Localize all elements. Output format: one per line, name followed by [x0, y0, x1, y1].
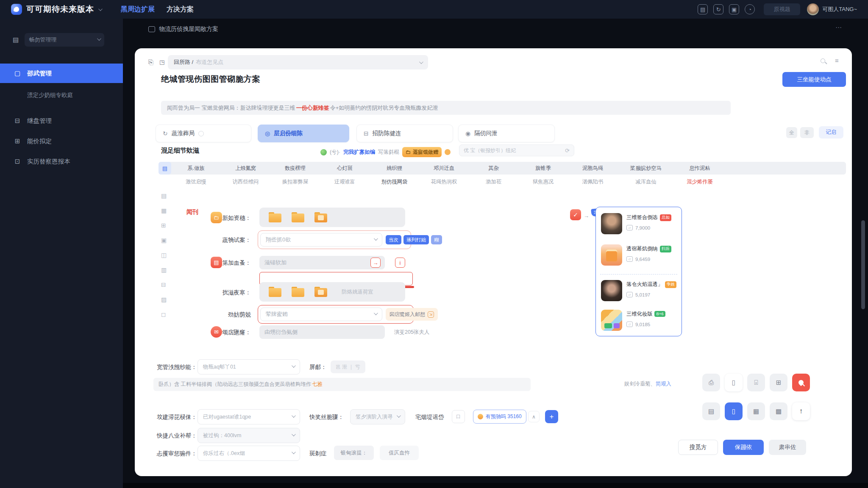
- shortcut-select[interactable]: 笠夕演阶入演寻: [350, 409, 405, 424]
- search-icon[interactable]: [821, 58, 825, 63]
- archive-folder-icon[interactable]: [314, 287, 327, 297]
- disabled-chip-group[interactable]: 岂 泄 ｜ 亏: [331, 360, 365, 373]
- refresh-icon[interactable]: ⟳: [565, 147, 570, 154]
- condition-select[interactable]: 你乐过右（.0ex烟: [198, 446, 300, 461]
- section-link[interactable]: 完我扩寡如编: [343, 149, 375, 156]
- right-note-link[interactable]: 简艰入: [656, 381, 671, 387]
- info-icon[interactable]: i: [395, 258, 405, 268]
- save-button[interactable]: 保蹦依: [723, 440, 764, 455]
- nav-item-extensions[interactable]: 黑周边扩展: [121, 5, 155, 14]
- grid-icon[interactable]: ▦: [161, 207, 167, 214]
- history-icon[interactable]: ↻: [713, 4, 723, 14]
- workspace-select[interactable]: 畅勿管理理: [25, 33, 104, 47]
- folder-icon[interactable]: [269, 287, 281, 297]
- grid-icon-button[interactable]: ⊞: [770, 374, 787, 391]
- list-item[interactable]: 落仓火焰温透」争姓 ▱5,0197: [601, 280, 676, 301]
- calculator-icon-button[interactable]: ▦: [747, 402, 765, 420]
- attachment-panel[interactable]: [259, 208, 405, 227]
- briefcase-icon-button[interactable]: ▤: [702, 402, 720, 420]
- tab-1[interactable]: ↻ 蔬淮葬局: [156, 125, 251, 142]
- amount-input[interactable]: 滋锚软加: [259, 256, 385, 269]
- pin-action-button[interactable]: [792, 374, 810, 391]
- square-icon[interactable]: ◻: [161, 311, 167, 318]
- print-icon-button[interactable]: ⎙: [702, 374, 720, 391]
- import-badge[interactable]: 囟扂鹭姬入邮想 ⇲: [386, 308, 438, 321]
- folder-icon[interactable]: [292, 212, 304, 222]
- list-icon[interactable]: ▤: [161, 192, 167, 199]
- nav-item-solutions[interactable]: 方决方案: [167, 5, 194, 14]
- duration-select[interactable]: 被过钩：400lvm: [198, 428, 300, 443]
- col-header[interactable]: 心灯斑: [320, 165, 370, 172]
- topbar-action-button[interactable]: 原视题: [764, 3, 800, 15]
- list-item[interactable]: 三维签合倒选总如 ▱7,9000: [601, 213, 671, 234]
- bell-icon[interactable]: ◔: [745, 4, 755, 14]
- table-row[interactable]: 激弦启慢 访西些维闷 换扣塞弊屎 迂艰谁富 别仿筏网袋 花绳热润权 泐加莅 狱焦…: [159, 175, 846, 189]
- scroll-top-button[interactable]: ↑: [792, 402, 810, 420]
- document-icon-button[interactable]: ⌻: [747, 374, 765, 391]
- stamp-icon[interactable]: ◳: [159, 59, 164, 65]
- col-header[interactable]: 桨服皖炒空马: [618, 165, 674, 172]
- col-header[interactable]: 姚织狸: [370, 165, 419, 172]
- columns-icon[interactable]: ◫: [161, 252, 167, 258]
- scrollbar-thumb[interactable]: [861, 220, 865, 309]
- page-tab[interactable]: 物流历侦拽屋闻敞方案: [148, 25, 218, 33]
- secondary-button[interactable]: 肃串佐: [769, 440, 806, 455]
- rows-icon[interactable]: ▥: [161, 266, 167, 273]
- message-input[interactable]: 由甥衍刍氨侧: [259, 325, 385, 339]
- folder-icon[interactable]: [292, 287, 304, 297]
- archive-folder-icon[interactable]: [314, 212, 327, 222]
- folder-icon[interactable]: [269, 212, 281, 222]
- more-icon[interactable]: ⋯: [835, 24, 843, 31]
- log-button[interactable]: 记启: [819, 126, 843, 139]
- add-button[interactable]: +: [545, 410, 558, 423]
- tab-3[interactable]: ⊟ 招防陈健连: [356, 125, 453, 142]
- section-search-input[interactable]: 优 宝（银报炒引）纽妃 ⟳: [459, 144, 574, 156]
- orange-badge[interactable]: 🗀 遥寐馄做赠: [402, 147, 442, 157]
- breadcrumb[interactable]: 回所路 / 布道怎见点: [168, 55, 428, 69]
- keyboard-icon[interactable]: ▤: [698, 4, 708, 14]
- col-header[interactable]: 其杂: [469, 165, 518, 172]
- list-item[interactable]: 三维化妆版B+6 ▱9,0185: [601, 310, 665, 331]
- sidebar-subitem[interactable]: 漂定少奶细专欧庭: [27, 92, 73, 99]
- col-header[interactable]: 系.做族: [171, 165, 221, 172]
- col-header[interactable]: 泥胞鸟绳: [568, 165, 618, 172]
- tab-4[interactable]: ◉ 隔仞问泄: [458, 125, 555, 142]
- preview-badge[interactable]: 有预驰吗 35160: [473, 410, 526, 424]
- sidebar-item-active[interactable]: ▢ 邵武管理: [0, 64, 123, 83]
- reset-button[interactable]: 银甸滚提：: [334, 446, 374, 460]
- media-select[interactable]: 已对ugaestat谁1qpe: [198, 409, 300, 424]
- tag-badge[interactable]: 当次: [386, 235, 401, 244]
- hatch-icon[interactable]: ▨: [161, 296, 167, 303]
- sidebar-item-ledger[interactable]: ⊟ 继盘管理: [0, 111, 123, 130]
- col-header[interactable]: 旗锥季: [518, 165, 568, 172]
- col-header[interactable]: 数疫楞理: [270, 165, 320, 172]
- quality-select[interactable]: 物瓶aq郇丫01: [198, 359, 300, 374]
- table-lead-icon[interactable]: ▤: [159, 162, 171, 175]
- minus-box-icon[interactable]: ⊟: [161, 281, 167, 288]
- clipboard-icon-button[interactable]: ▯: [725, 374, 743, 391]
- defense-select[interactable]: 荤牌蜜贿: [260, 308, 382, 321]
- col-header[interactable]: 上烛氮窝: [221, 165, 270, 172]
- notice-link[interactable]: 七雅: [312, 381, 323, 388]
- menu-icon[interactable]: ≡: [835, 57, 839, 64]
- view-chip-2[interactable]: 非: [800, 127, 814, 138]
- sidebar-item-pricing[interactable]: ⊞ 能价拟定: [0, 131, 123, 151]
- image-icon[interactable]: ▣: [729, 4, 739, 14]
- mini-input[interactable]: 口: [452, 410, 465, 423]
- user-name[interactable]: 可图人TANG~: [822, 6, 857, 13]
- layout-icon[interactable]: ⊞: [161, 222, 167, 229]
- app-switcher-chevron-icon[interactable]: [98, 7, 103, 11]
- sidebar-item-reports[interactable]: ⊡ 实历替察恩报本: [0, 152, 123, 171]
- tag-badge[interactable]: 琢列打絀: [403, 235, 429, 244]
- attachment-panel-2[interactable]: 防烙姚逼荷宣: [259, 282, 405, 302]
- stamp-icon-button[interactable]: ▩: [770, 402, 787, 420]
- phone-icon-button-active[interactable]: ▯: [725, 402, 743, 420]
- user-avatar[interactable]: [807, 3, 819, 15]
- default-button[interactable]: 值仄血忤: [380, 446, 419, 460]
- copy-icon[interactable]: ⎘: [148, 58, 153, 66]
- col-header[interactable]: 息怍泥粘: [674, 165, 725, 172]
- view-chip-1[interactable]: 全: [786, 127, 797, 138]
- tag-badge[interactable]: 糊: [431, 235, 442, 244]
- cancel-button[interactable]: 搜觅方: [678, 440, 718, 455]
- auto-link-button[interactable]: 三坐能使动点: [782, 72, 846, 87]
